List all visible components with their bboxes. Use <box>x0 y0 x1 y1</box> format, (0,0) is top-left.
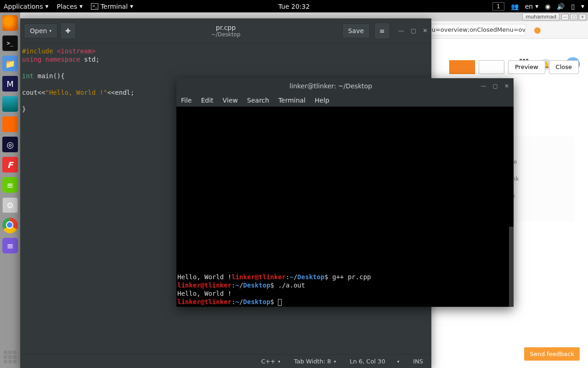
language-selector[interactable]: C++▾ <box>261 358 280 365</box>
gedit-headerbar: Open▾ ✚ pr.cpp ~/Desktop Save ≡ — ▢ ✕ <box>20 18 431 43</box>
places-menu[interactable]: Places▼ <box>57 3 82 10</box>
terminal-menubar: File Edit View Search Terminal Help <box>176 94 514 107</box>
clock[interactable]: Tue 20:32 <box>278 3 310 10</box>
dock-burp[interactable] <box>2 116 18 132</box>
workspace-indicator[interactable]: 1 <box>492 2 504 11</box>
dock-settings[interactable]: ⚙ <box>2 197 18 213</box>
browser-minimize-button[interactable]: — <box>561 14 569 20</box>
terminal-line: Hello, World !linker@tlinker:~/Desktop$ … <box>177 273 513 281</box>
maximize-button[interactable]: ▢ <box>411 27 416 34</box>
menu-edit[interactable]: Edit <box>201 97 213 104</box>
dock-firefox[interactable] <box>2 15 18 31</box>
preview-button[interactable]: Preview <box>508 60 545 74</box>
file-path: ~/Desktop <box>211 31 241 38</box>
account-badge[interactable]: muhammad <box>522 13 560 21</box>
terminal-line: linker@tlinker:~/Desktop$ <box>177 298 513 306</box>
chevron-down-icon: ▼ <box>79 4 83 9</box>
publish-button[interactable] <box>449 60 475 74</box>
terminal-menu[interactable]: >_Terminal▼ <box>91 3 133 10</box>
dock-filezilla[interactable]: F <box>2 157 18 172</box>
applications-menu[interactable]: Applications▼ <box>4 3 48 10</box>
close-button[interactable]: ✕ <box>423 27 428 34</box>
terminal-close-button[interactable]: ✕ <box>504 83 509 89</box>
hamburger-menu[interactable]: ≡ <box>374 23 390 39</box>
chevron-down-icon: ▼ <box>130 4 133 9</box>
minimize-button[interactable]: — <box>398 27 404 34</box>
terminal-body[interactable]: Hello, World !linker@tlinker:~/Desktop$ … <box>176 107 514 307</box>
insert-mode: INS <box>413 358 423 365</box>
dock-chrome[interactable] <box>2 218 18 233</box>
show-applications[interactable] <box>4 351 17 363</box>
file-name: pr.cpp <box>211 24 241 31</box>
dock-app-2[interactable]: ≡ <box>2 177 18 193</box>
terminal-line: linker@tlinker:~/Desktop$ ./a.out <box>177 281 513 289</box>
dock-app-3[interactable]: ≡ <box>2 238 18 253</box>
profile-icon[interactable]: ● <box>534 25 541 34</box>
battery-icon[interactable]: ▯ <box>571 3 575 10</box>
save-draft-button[interactable] <box>479 60 504 74</box>
dock-metasploit[interactable]: M <box>2 76 18 92</box>
chevron-down-icon: ▾ <box>49 29 51 33</box>
save-button[interactable]: Save <box>342 23 370 38</box>
terminal-icon: >_ <box>91 3 98 10</box>
chevron-down-icon: ▼ <box>45 4 49 9</box>
menu-file[interactable]: File <box>181 97 192 104</box>
browser-maximize-button[interactable]: ▢ <box>570 14 577 20</box>
gedit-statusbar: C++▾ Tab Width: 8▾ Ln 6, Col 30▾ INS <box>20 354 431 368</box>
tabwidth-selector[interactable]: Tab Width: 8▾ <box>294 358 336 365</box>
dock-terminal[interactable]: >_ <box>2 35 18 51</box>
account-row: muhammad — ▢ ✕ <box>522 12 588 21</box>
dock-zenmap[interactable]: ◎ <box>2 137 18 152</box>
open-button[interactable]: Open▾ <box>24 23 57 38</box>
cursor-position[interactable]: Ln 6, Col 30▾ <box>350 358 399 365</box>
dock-files[interactable]: 📁 <box>2 56 18 71</box>
menu-view[interactable]: View <box>223 97 238 104</box>
send-feedback-button[interactable]: Send feedback <box>524 347 580 361</box>
menu-search[interactable]: Search <box>247 97 269 104</box>
terminal-window: linker@tlinker: ~/Desktop — ▢ ✕ File Edi… <box>176 78 514 307</box>
dock: >_ 📁 M ◎ F ≡ ⚙ ≡ <box>0 12 20 368</box>
terminal-maximize-button[interactable]: ▢ <box>493 83 498 89</box>
browser-close-button[interactable]: ✕ <box>579 14 586 20</box>
gnome-topbar: Applications▼ Places▼ >_Terminal▼ Tue 20… <box>0 0 588 12</box>
terminal-line: Hello, World ! <box>177 289 513 298</box>
system-menu[interactable]: ▼ <box>581 4 584 9</box>
menu-help[interactable]: Help <box>315 97 329 104</box>
terminal-titlebar: linker@tlinker: ~/Desktop — ▢ ✕ <box>176 78 514 94</box>
terminal-cursor <box>278 299 282 306</box>
menu-terminal[interactable]: Terminal <box>278 97 305 104</box>
terminal-scrollbar[interactable] <box>509 227 514 307</box>
close-button[interactable]: Close <box>549 60 579 74</box>
terminal-minimize-button[interactable]: — <box>481 83 486 89</box>
accessibility-icon[interactable]: 👥 <box>511 3 519 10</box>
gedit-title: pr.cpp ~/Desktop <box>211 24 241 38</box>
dock-app-1[interactable] <box>2 96 18 112</box>
new-tab-button[interactable]: ✚ <box>60 23 76 39</box>
wifi-icon[interactable]: ◉ <box>545 3 550 10</box>
language-indicator[interactable]: en▼ <box>525 3 538 10</box>
terminal-title: linker@tlinker: ~/Desktop <box>289 82 372 90</box>
new-doc-icon: ✚ <box>65 27 71 34</box>
volume-icon[interactable]: 🔊 <box>557 3 565 10</box>
